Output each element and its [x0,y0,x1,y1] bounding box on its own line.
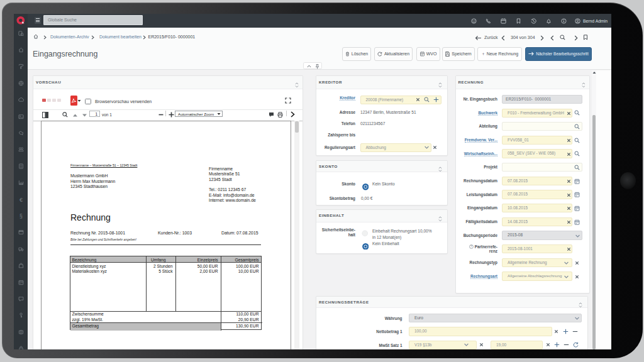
svg-text:€: € [19,197,22,202]
svg-text:?: ? [470,244,472,248]
svg-text:§: § [19,213,23,219]
